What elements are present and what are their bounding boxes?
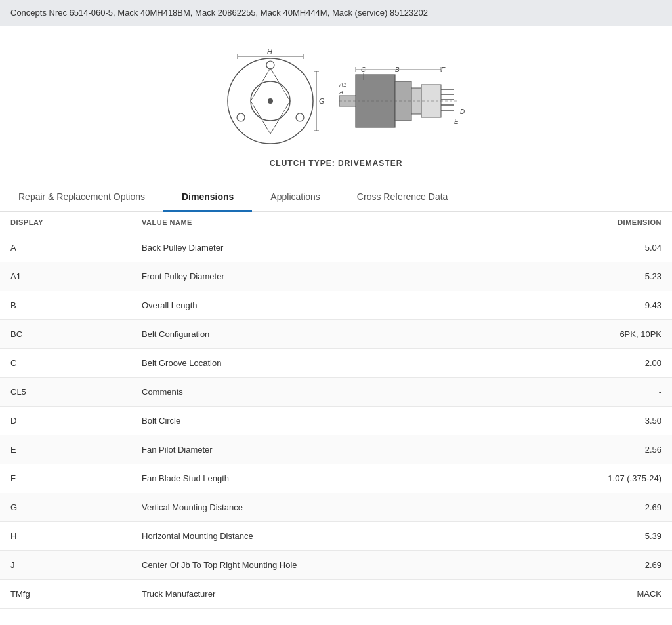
dimensions-table: DISPLAY VALUE NAME DIMENSION A Back Pull…: [0, 212, 672, 609]
cell-display: G: [10, 502, 142, 512]
table-row: G Vertical Mounting Distance 2.69: [0, 493, 672, 522]
cell-dimension: 3.50: [530, 416, 662, 426]
cell-display: A1: [10, 272, 142, 281]
tabs-container: Repair & Replacement Options Dimensions …: [0, 184, 672, 212]
svg-text:C: C: [361, 66, 366, 73]
table-row: TMfg Truck Manufacturer MACK: [0, 580, 672, 609]
svg-text:H: H: [267, 47, 272, 55]
table-row: D Bolt Circle 3.50: [0, 407, 672, 435]
cell-dimension: 6PK, 10PK: [530, 329, 662, 339]
clutch-diagram: H G C B: [198, 42, 474, 153]
cell-value-name: Horizontal Mounting Distance: [142, 531, 530, 541]
cell-value-name: Comments: [142, 387, 530, 397]
table-row: B Overall Length 9.43: [0, 291, 672, 320]
cell-display: A: [10, 243, 142, 252]
svg-point-2: [268, 98, 273, 104]
table-row: C Belt Groove Location 2.00: [0, 349, 672, 378]
tab-repair[interactable]: Repair & Replacement Options: [0, 184, 163, 212]
svg-point-4: [237, 113, 245, 121]
diagram-section: H G C B: [0, 26, 672, 184]
cell-value-name: Belt Groove Location: [142, 358, 530, 368]
cell-value-name: Fan Blade Stud Length: [142, 474, 530, 483]
clutch-type-label: CLUTCH TYPE: DRIVEMASTER: [270, 159, 403, 168]
col-header-display: DISPLAY: [10, 218, 142, 226]
col-header-dimension: DIMENSION: [530, 218, 662, 226]
cell-dimension: MACK: [530, 589, 662, 599]
cell-dimension: 1.07 (.375-24): [530, 474, 662, 483]
table-row: A Back Pulley Diameter 5.04: [0, 233, 672, 262]
tab-crossref[interactable]: Cross Reference Data: [339, 184, 467, 212]
cell-value-name: Back Pulley Diameter: [142, 243, 530, 252]
cell-value-name: Fan Pilot Diameter: [142, 445, 530, 454]
cell-value-name: Overall Length: [142, 300, 530, 310]
svg-text:F: F: [441, 66, 446, 73]
cell-display: BC: [10, 329, 142, 339]
cell-dimension: 5.39: [530, 531, 662, 541]
cell-display: D: [10, 416, 142, 426]
svg-text:A1: A1: [339, 81, 346, 88]
table-row: J Center Of Jb To Top Right Mounting Hol…: [0, 551, 672, 580]
cell-display: TMfg: [10, 589, 142, 599]
col-header-value-name: VALUE NAME: [142, 218, 530, 226]
cell-dimension: -: [530, 387, 662, 397]
cell-display: C: [10, 358, 142, 368]
cell-value-name: Bolt Circle: [142, 416, 530, 426]
table-row: F Fan Blade Stud Length 1.07 (.375-24): [0, 464, 672, 493]
header-bar: Concepts Nrec 6514-060-5, Mack 40MH418BM…: [0, 0, 672, 26]
table-row: H Horizontal Mounting Distance 5.39: [0, 522, 672, 551]
cell-dimension: 5.23: [530, 272, 662, 281]
svg-text:A: A: [339, 89, 343, 96]
cell-value-name: Vertical Mounting Distance: [142, 502, 530, 512]
cell-dimension: 9.43: [530, 300, 662, 310]
cell-dimension: 5.04: [530, 243, 662, 252]
svg-text:D: D: [460, 108, 465, 115]
svg-text:G: G: [319, 97, 325, 105]
cell-dimension: 2.00: [530, 358, 662, 368]
header-text: Concepts Nrec 6514-060-5, Mack 40MH418BM…: [10, 8, 428, 18]
cell-display: J: [10, 560, 142, 570]
svg-rect-14: [356, 75, 395, 127]
cell-value-name: Front Pulley Diameter: [142, 272, 530, 281]
table-row: BC Belt Configuration 6PK, 10PK: [0, 320, 672, 349]
table-row: CL5 Comments -: [0, 378, 672, 407]
cell-dimension: 2.69: [530, 560, 662, 570]
table-body: A Back Pulley Diameter 5.04 A1 Front Pul…: [0, 233, 672, 609]
cell-display: F: [10, 474, 142, 483]
cell-value-name: Center Of Jb To Top Right Mounting Hole: [142, 560, 530, 570]
table-header: DISPLAY VALUE NAME DIMENSION: [0, 212, 672, 233]
cell-display: B: [10, 300, 142, 310]
tab-applications[interactable]: Applications: [252, 184, 339, 212]
cell-value-name: Belt Configuration: [142, 329, 530, 339]
cell-display: H: [10, 531, 142, 541]
tab-dimensions[interactable]: Dimensions: [163, 184, 252, 212]
svg-text:E: E: [454, 118, 459, 125]
cell-dimension: 2.69: [530, 502, 662, 512]
table-row: A1 Front Pulley Diameter 5.23: [0, 262, 672, 291]
svg-point-5: [296, 113, 304, 121]
cell-dimension: 2.56: [530, 445, 662, 454]
table-row: E Fan Pilot Diameter 2.56: [0, 435, 672, 464]
cell-value-name: Truck Manufacturer: [142, 589, 530, 599]
cell-display: CL5: [10, 387, 142, 397]
svg-text:B: B: [395, 66, 400, 73]
cell-display: E: [10, 445, 142, 454]
